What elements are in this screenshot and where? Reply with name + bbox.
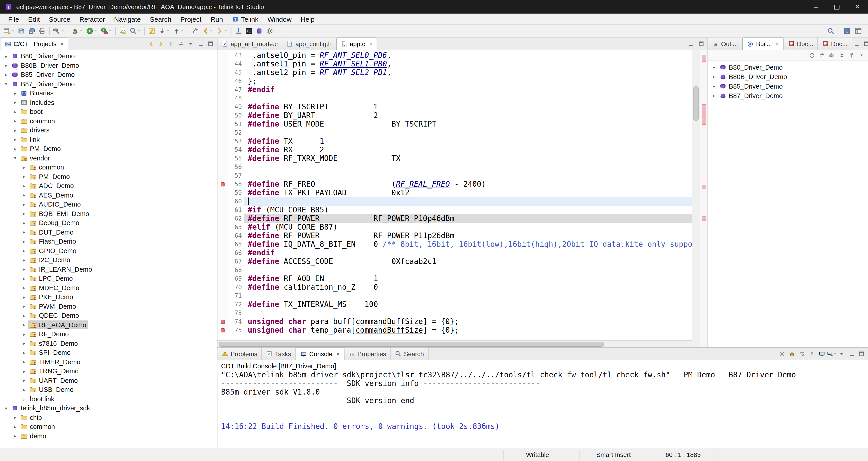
project-tree-item-b85-driver-demo[interactable]: ▸B85_Driver_Demo xyxy=(0,70,217,79)
code-text[interactable]: }; xyxy=(244,77,692,85)
code-line-72[interactable]: 72#define TX_INTERVAL_MS 100 xyxy=(217,300,692,309)
project-tree-item-b80b-driver-demo[interactable]: ▸B80B_Driver_Demo xyxy=(0,61,217,70)
scroll-lock-button[interactable] xyxy=(787,349,797,358)
code-text[interactable]: #define IQ_DATA_8_BIT_EN 0 /** 8bit, 16b… xyxy=(244,240,692,249)
annotation-gutter[interactable] xyxy=(217,180,228,188)
code-text[interactable]: #define ACCESS_CODE 0Xfcaab2c1 xyxy=(244,257,692,266)
pin-console-button[interactable] xyxy=(807,349,816,358)
expand-arrow-icon[interactable]: ▸ xyxy=(21,332,28,337)
expand-arrow-icon[interactable]: ▸ xyxy=(12,434,19,439)
project-tree-item-common[interactable]: ▸Ccommon xyxy=(0,163,217,172)
code-text[interactable] xyxy=(244,128,692,137)
code-text[interactable] xyxy=(244,163,692,171)
quick-search-button[interactable] xyxy=(826,26,836,36)
project-tree-item-common[interactable]: ▸common xyxy=(0,422,217,431)
expand-arrow-icon[interactable]: ▸ xyxy=(21,230,28,235)
overview-marker[interactable] xyxy=(702,185,706,189)
secondary-tab-buil[interactable]: Buil...× xyxy=(743,37,784,50)
overview-marker[interactable] xyxy=(702,104,706,125)
display-selected-console-button[interactable] xyxy=(817,349,827,358)
expand-arrow-icon[interactable]: ▾ xyxy=(3,82,9,87)
annotation-gutter[interactable] xyxy=(217,240,228,249)
secondary-tab-doc[interactable]: Doc... xyxy=(784,37,818,50)
maximize-button[interactable] xyxy=(206,39,215,48)
link-with-editor-button[interactable] xyxy=(176,39,185,48)
code-text[interactable] xyxy=(244,266,692,274)
code-line-68[interactable]: 68 xyxy=(217,266,692,274)
code-line-64[interactable]: 64#define RF_POWER RF_POWER_P11p26dBm xyxy=(217,232,692,240)
expand-arrow-icon[interactable]: ▸ xyxy=(21,267,28,272)
project-tree-item-ir-learn-demo[interactable]: ▸CIR_LEARN_Demo xyxy=(0,265,217,274)
menu-telink[interactable]: TTelink xyxy=(227,13,263,24)
expand-arrow-icon[interactable]: ▸ xyxy=(711,74,717,79)
code-line-69[interactable]: 69#define RF_AOD_EN 1 xyxy=(217,274,692,283)
minimize-button[interactable] xyxy=(852,39,861,48)
minimize-button[interactable] xyxy=(847,349,856,358)
console-tab-search[interactable]: Search xyxy=(391,347,429,360)
console-tab-console[interactable]: Console× xyxy=(296,347,344,360)
project-tree-item-debug-demo[interactable]: ▸CDebug_Demo xyxy=(0,218,217,227)
code-text[interactable]: #define RF_POWER RF_POWER_P11p26dBm xyxy=(244,232,692,240)
expand-arrow-icon[interactable]: ▸ xyxy=(3,63,9,68)
expand-arrow-icon[interactable]: ▸ xyxy=(12,137,19,142)
back-button[interactable] xyxy=(147,39,156,48)
expand-arrow-icon[interactable]: ▸ xyxy=(21,202,28,207)
code-line-47[interactable]: 47#endif xyxy=(217,85,692,94)
annotation-gutter[interactable] xyxy=(217,102,228,111)
code-text[interactable] xyxy=(244,171,692,180)
close-tab-icon[interactable]: × xyxy=(60,40,64,48)
project-tree-item-usb-demo[interactable]: ▸CUSB_Demo xyxy=(0,385,217,394)
annotation-gutter[interactable] xyxy=(217,154,228,163)
project-tree-item-audio-demo[interactable]: ▸CAUDIO_Demo xyxy=(0,200,217,209)
code-text[interactable]: #define BY_TSCRIPT 1 xyxy=(244,102,692,111)
warning-annotation-icon[interactable] xyxy=(220,328,225,333)
annotation-gutter[interactable] xyxy=(217,120,228,128)
code-text[interactable] xyxy=(244,94,692,102)
code-text[interactable] xyxy=(244,309,692,317)
close-tab-icon[interactable]: × xyxy=(776,40,779,48)
code-line-55[interactable]: 55#define RF_TXRX_MODE TX xyxy=(217,154,692,163)
project-tree-item-s7816-demo[interactable]: ▸Cs7816_Demo xyxy=(0,339,217,348)
expand-arrow-icon[interactable]: ▸ xyxy=(21,360,28,365)
telink-terminal-button[interactable] xyxy=(244,26,254,36)
code-line-73[interactable]: 73 xyxy=(217,309,692,317)
project-tree-item-b80-driver-demo[interactable]: ▸B80_Driver_Demo xyxy=(0,52,217,61)
project-tree-item-boot-link[interactable]: boot.link xyxy=(0,394,217,404)
vertical-scrollbar[interactable] xyxy=(692,50,700,347)
word-wrap-button[interactable] xyxy=(798,349,807,358)
annotation-gutter[interactable] xyxy=(217,128,228,137)
run-button[interactable] xyxy=(85,26,99,36)
console-tab-problems[interactable]: Problems xyxy=(217,347,262,360)
project-tree-item-trng-demo[interactable]: ▸CTRNG_Demo xyxy=(0,367,217,376)
maximize-window-button[interactable]: ▢ xyxy=(827,0,847,13)
project-tree-item-i2c-demo[interactable]: ▸CI2C_Demo xyxy=(0,255,217,265)
print-button[interactable] xyxy=(37,26,48,36)
project-tree-item-pm-demo[interactable]: ▸CPM_Demo xyxy=(0,172,217,181)
expand-arrow-icon[interactable]: ▸ xyxy=(21,220,28,225)
maximize-button[interactable] xyxy=(857,349,866,358)
menu-help[interactable]: Help xyxy=(296,13,319,24)
code-line-56[interactable]: 56 xyxy=(217,163,692,171)
menu-navigate[interactable]: Navigate xyxy=(110,13,145,24)
project-tree-item-includes[interactable]: ▸Includes xyxy=(0,98,217,107)
annotation-gutter[interactable] xyxy=(217,94,228,102)
view-menu-button[interactable] xyxy=(186,39,195,48)
warning-annotation-icon[interactable] xyxy=(220,181,225,187)
annotation-gutter[interactable] xyxy=(217,317,228,326)
code-line-59[interactable]: 59#define TX_PKT_PAYLOAD 0x12 xyxy=(217,188,692,197)
minimize-button[interactable] xyxy=(196,39,205,48)
annotation-gutter[interactable] xyxy=(217,214,228,223)
code-text[interactable]: #endif xyxy=(244,249,692,257)
annotation-gutter[interactable] xyxy=(217,60,228,68)
expand-arrow-icon[interactable]: ▸ xyxy=(21,184,28,188)
project-tree-item-rf-demo[interactable]: ▸CRF_Demo xyxy=(0,330,217,339)
warning-annotation-icon[interactable] xyxy=(220,319,225,324)
project-tree-item-lpc-demo[interactable]: ▸CLPC_Demo xyxy=(0,274,217,283)
code-text[interactable]: #define TX 1 xyxy=(244,137,692,146)
annotation-gutter[interactable] xyxy=(217,223,228,232)
maximize-button[interactable] xyxy=(697,39,706,48)
project-tree-item-spi-demo[interactable]: ▸CSPI_Demo xyxy=(0,348,217,357)
forward-button[interactable] xyxy=(156,39,165,48)
console-output[interactable]: CDT Build Console [B87_Driver_Demo] "C:\… xyxy=(217,360,868,448)
annotation-gutter[interactable] xyxy=(217,266,228,274)
